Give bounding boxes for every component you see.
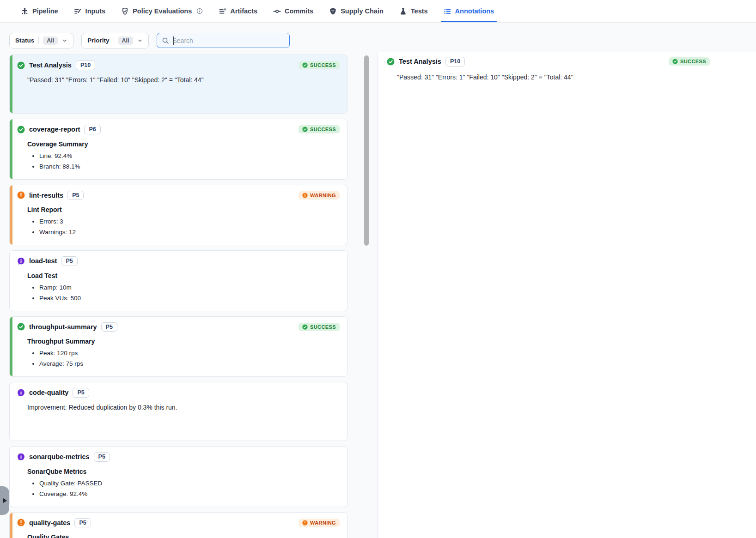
bullet-item: Coverage: 92.4% — [39, 490, 340, 497]
annotation-card-code-quality[interactable]: code-qualityP5Improvement: Reduced dupli… — [9, 382, 348, 441]
success-icon — [387, 58, 395, 66]
annotation-body: Quality Gates — [27, 533, 340, 538]
warning-icon — [302, 520, 308, 526]
annotation-title: code-quality — [29, 389, 68, 396]
search-input[interactable] — [173, 37, 285, 44]
info-icon — [17, 453, 25, 461]
tab-tests[interactable]: Tests — [399, 0, 428, 22]
tab-annotations[interactable]: Annotations — [444, 0, 494, 22]
annotation-cards: Test AnalysisP10SUCCESS"Passed: 31" "Err… — [9, 54, 378, 538]
expand-panel-handle[interactable] — [0, 486, 9, 515]
priority-badge: P5 — [67, 191, 84, 200]
annotation-detail-panel: Test Analysis P10 SUCCESS "Passed: 31" "… — [378, 52, 756, 538]
text-cursor — [173, 36, 174, 45]
priority-filter-value: All — [118, 36, 133, 45]
status-badge-label: SUCCESS — [310, 324, 336, 330]
priority-badge: P5 — [61, 256, 77, 266]
priority-filter-dropdown[interactable]: Priority All — [81, 33, 148, 48]
tab-policy-evaluations[interactable]: Policy Evaluations — [121, 0, 203, 22]
annotation-title: lint-results — [29, 192, 63, 199]
annotation-heading: Lint Report — [27, 206, 340, 213]
annotation-body: Improvement: Reduced duplication by 0.3%… — [27, 404, 340, 411]
annotation-title: Test Analysis — [29, 61, 72, 69]
status-badge-label: WARNING — [310, 520, 336, 526]
commits-icon — [273, 7, 281, 15]
annotation-heading: Throughput Summary — [27, 338, 340, 345]
annotation-card-lint-results[interactable]: lint-resultsP5WARNINGLint ReportErrors: … — [9, 185, 348, 246]
annotation-heading: Quality Gates — [27, 533, 340, 538]
tab-pipeline[interactable]: Pipeline — [21, 0, 58, 22]
status-filter-dropdown[interactable]: Status All — [9, 33, 73, 48]
tab-bar: PipelineInputsPolicy EvaluationsArtifact… — [0, 0, 756, 23]
annotation-card-test-analysis[interactable]: Test AnalysisP10SUCCESS"Passed: 31" "Err… — [9, 54, 348, 114]
annotation-text: Improvement: Reduced duplication by 0.3%… — [27, 404, 340, 411]
success-icon — [672, 59, 678, 64]
annotation-title: throughput-summary — [29, 323, 97, 331]
search-icon — [162, 37, 169, 44]
annotation-bullet-list: Ramp: 10mPeak VUs: 500 — [27, 284, 340, 302]
bullet-item: Peak VUs: 500 — [39, 295, 340, 302]
bullet-item: Warnings: 12 — [39, 229, 340, 236]
priority-badge: P10 — [445, 57, 465, 66]
annotation-body: Load TestRamp: 10mPeak VUs: 500 — [27, 272, 340, 302]
success-icon — [17, 126, 25, 133]
status-badge-label: WARNING — [310, 193, 336, 198]
warning-icon — [302, 193, 308, 198]
annotation-card-load-test[interactable]: load-testP5Load TestRamp: 10mPeak VUs: 5… — [9, 250, 348, 311]
inputs-icon — [74, 7, 82, 15]
tab-artifacts[interactable]: Artifacts — [219, 0, 257, 22]
detail-body: "Passed: 31" "Errors: 1" "Failed: 10" "S… — [397, 73, 710, 81]
annotation-title: sonarqube-metrics — [29, 453, 90, 460]
pipeline-icon — [21, 7, 29, 15]
annotation-card-quality-gates[interactable]: quality-gatesP5WARNINGQuality Gates — [9, 512, 348, 538]
status-badge: SUCCESS — [299, 125, 340, 133]
annotation-heading: Load Test — [27, 272, 340, 279]
bullet-item: Quality Gate: PASSED — [39, 480, 340, 487]
tabs-nav: PipelineInputsPolicy EvaluationsArtifact… — [21, 0, 494, 22]
artifacts-icon — [219, 7, 226, 15]
priority-badge: P5 — [94, 452, 110, 462]
status-badge: WARNING — [299, 191, 340, 199]
status-badge: SUCCESS — [299, 323, 340, 331]
bullet-item: Peak: 120 rps — [39, 350, 340, 357]
scrollbar-thumb[interactable] — [364, 55, 369, 246]
annotation-title: quality-gates — [29, 519, 70, 526]
warning-icon — [17, 519, 25, 526]
tab-label: Artifacts — [230, 7, 257, 15]
annotation-heading: SonarQube Metrics — [27, 468, 340, 475]
tab-inputs[interactable]: Inputs — [74, 0, 106, 22]
annotation-body: Throughput SummaryPeak: 120 rpsAverage: … — [27, 338, 340, 367]
annotation-body: "Passed: 31" "Errors: 1" "Failed: 10" "S… — [27, 76, 340, 84]
status-badge-label: SUCCESS — [310, 127, 336, 132]
policy-evaluations-icon — [121, 7, 129, 15]
tab-supply-chain[interactable]: Supply Chain — [329, 0, 384, 22]
bullet-item: Errors: 3 — [39, 218, 340, 225]
tab-commits[interactable]: Commits — [273, 0, 313, 22]
priority-badge: P5 — [73, 388, 89, 398]
tests-icon — [399, 7, 407, 15]
bullet-item: Branch: 88.1% — [39, 163, 340, 170]
priority-badge: P10 — [76, 60, 95, 70]
annotation-bullet-list: Line: 92.4%Branch: 88.1% — [27, 152, 340, 170]
annotation-card-sonarqube-metrics[interactable]: sonarqube-metricsP5SonarQube MetricsQual… — [9, 446, 348, 507]
status-badge: SUCCESS — [669, 57, 710, 66]
priority-badge: P5 — [101, 322, 117, 332]
annotation-card-coverage-report[interactable]: coverage-reportP6SUCCESSCoverage Summary… — [9, 119, 348, 180]
list-scrollbar[interactable] — [363, 52, 370, 538]
detail-title: Test Analysis — [399, 58, 441, 65]
chevron-down-icon — [137, 38, 143, 43]
annotation-title: coverage-report — [29, 126, 80, 133]
success-icon — [17, 323, 25, 331]
annotation-title: load-test — [29, 257, 57, 265]
annotation-body: SonarQube MetricsQuality Gate: PASSEDCov… — [27, 468, 340, 497]
bullet-item: Line: 92.4% — [39, 152, 340, 159]
status-filter-value: All — [43, 36, 58, 45]
tab-label: Tests — [411, 7, 428, 15]
annotation-bullet-list: Errors: 3Warnings: 12 — [27, 218, 340, 236]
annotation-card-throughput-summary[interactable]: throughput-summaryP5SUCCESSThroughput Su… — [9, 316, 348, 377]
divider — [114, 37, 114, 44]
tab-label: Commits — [285, 7, 313, 15]
divider — [38, 37, 39, 44]
success-icon — [302, 324, 308, 330]
annotation-body: Lint ReportErrors: 3Warnings: 12 — [27, 206, 340, 236]
